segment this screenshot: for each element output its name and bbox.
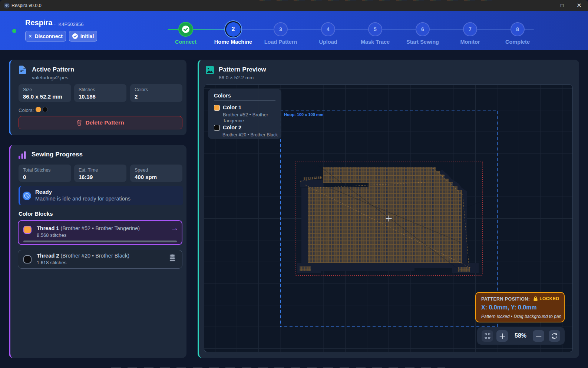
svg-text:Hoop: 100 x 100 mm: Hoop: 100 x 100 mm	[284, 112, 324, 117]
